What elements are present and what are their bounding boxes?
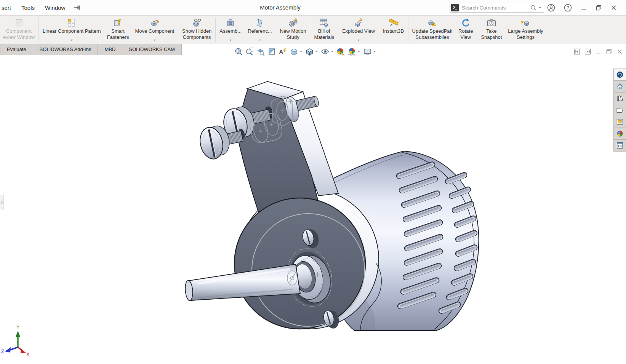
split-pane-right-button[interactable] — [584, 48, 591, 55]
ribbon-button-take-snapshot[interactable]: Take Snapshot — [478, 16, 505, 44]
menu-pin-button[interactable] — [74, 5, 81, 10]
user-account-icon — [547, 4, 555, 12]
dropdown-caret-icon[interactable] — [154, 40, 156, 42]
ribbon-button-bill-of-materials[interactable]: Bill of Materials — [311, 16, 337, 44]
dropdown-caret-icon[interactable] — [358, 51, 360, 53]
ribbon-separator — [215, 18, 216, 42]
close-icon — [611, 5, 617, 11]
graphics-area[interactable]: Y Z X — [0, 55, 626, 364]
minimize-window-button[interactable] — [581, 5, 587, 11]
tab-evaluate[interactable]: Evaluate — [0, 44, 33, 55]
help-icon: ? — [564, 4, 572, 12]
search-commands-input[interactable] — [461, 5, 530, 11]
solidworks-search-icon — [451, 4, 459, 11]
search-commands-box[interactable] — [450, 3, 544, 13]
search-button[interactable] — [530, 5, 537, 11]
ribbon-separator — [38, 18, 39, 42]
ribbon-button-update-speedpak-subassemblies[interactable]: Update SpeedPak Subassemblies — [409, 16, 456, 44]
menu-insert[interactable]: sert — [2, 5, 11, 11]
ribbon-button-new-motion-study[interactable]: New Motion Study — [277, 16, 309, 44]
dropdown-caret-icon[interactable] — [315, 51, 318, 53]
search-icon — [530, 5, 537, 11]
ribbon-button-rotate-view[interactable]: Rotate View — [455, 16, 476, 44]
pane-left-icon — [574, 48, 580, 55]
linear-component-pattern-icon — [67, 18, 76, 28]
ribbon-separator — [178, 18, 178, 42]
restore-icon — [606, 48, 612, 55]
eye-icon — [321, 47, 330, 56]
reference-geometry-icon — [255, 18, 264, 28]
command-manager-ribbon: Component eview Window Linear Component … — [0, 16, 626, 44]
ribbon-separator — [338, 18, 338, 42]
ribbon-button-exploded-view[interactable]: Exploded View — [339, 16, 378, 44]
pin-icon — [74, 5, 81, 10]
close-icon — [617, 49, 623, 54]
new-motion-study-icon — [288, 18, 298, 28]
annotation-views-icon: A — [279, 47, 287, 56]
smart-fasteners-icon — [113, 18, 122, 28]
account-button[interactable] — [547, 4, 555, 12]
chevron-right-icon — [0, 201, 3, 204]
previous-view-icon — [256, 47, 265, 56]
bill-of-materials-icon — [319, 18, 329, 28]
dropdown-caret-icon[interactable] — [70, 40, 73, 42]
tab-mbd[interactable]: MBD — [98, 44, 122, 55]
minimize-document-button[interactable] — [595, 48, 602, 55]
assembly-features-icon — [226, 18, 235, 28]
ribbon-button-reference-geometry[interactable]: Referenc... — [245, 16, 275, 44]
search-dropdown-caret-icon[interactable] — [538, 7, 541, 10]
zoom-to-area-icon — [245, 47, 254, 56]
minimize-icon — [581, 5, 587, 11]
ribbon-button-instant3d[interactable]: Instant3D — [380, 16, 407, 44]
minimize-icon — [596, 49, 601, 54]
dropdown-caret-icon[interactable] — [229, 40, 232, 42]
tab-solidworks-add-ins[interactable]: SOLIDWORKS Add-Ins — [33, 44, 98, 55]
component-preview-window-icon — [14, 18, 24, 28]
assembly-3d-view[interactable]: Y Z X — [0, 55, 626, 364]
title-bar: sert Tools Window Motor Assembly — [0, 0, 626, 16]
svg-text:Y: Y — [16, 324, 20, 330]
restore-window-button[interactable] — [596, 5, 602, 11]
triad-z-arrow — [5, 347, 11, 353]
dropdown-caret-icon[interactable] — [331, 51, 333, 53]
svg-text:X: X — [26, 351, 30, 357]
triad-x-arrow — [21, 348, 26, 353]
ribbon-button-component-preview-window: Component eview Window — [0, 16, 38, 44]
restore-icon — [596, 5, 602, 11]
dropdown-caret-icon[interactable] — [300, 51, 302, 53]
ribbon-button-assembly-features[interactable]: Assemb... — [216, 16, 245, 44]
ribbon-separator — [310, 18, 310, 42]
menu-window[interactable]: Window — [45, 5, 65, 11]
pane-right-icon — [584, 48, 591, 55]
ribbon-button-large-assembly-settings[interactable]: Large Assembly Settings — [505, 16, 546, 44]
apply-scene-icon — [347, 47, 356, 56]
close-window-button[interactable] — [611, 5, 617, 11]
svg-text:?: ? — [567, 5, 569, 11]
move-component-icon — [150, 18, 160, 28]
tab-solidworks-cam[interactable]: SOLIDWORKS CAM — [122, 44, 182, 55]
dropdown-caret-icon[interactable] — [373, 51, 376, 53]
display-style-icon — [305, 47, 314, 56]
feature-manager-flyout-tab[interactable] — [0, 195, 3, 210]
ribbon-separator — [477, 18, 477, 42]
restore-document-button[interactable] — [605, 48, 612, 55]
help-button[interactable]: ? — [564, 4, 572, 12]
ribbon-button-linear-component-pattern[interactable]: Linear Component Pattern — [40, 16, 104, 44]
menu-tools[interactable]: Tools — [21, 5, 35, 11]
dropdown-caret-icon[interactable] — [357, 40, 360, 42]
close-document-button[interactable] — [616, 48, 623, 55]
view-orientation-icon — [290, 47, 298, 56]
show-hidden-components-icon — [192, 18, 202, 28]
ribbon-button-move-component[interactable]: Move Component — [132, 16, 177, 44]
document-window-controls — [573, 48, 623, 55]
ribbon-button-show-hidden-components[interactable]: Show Hidden Components — [179, 16, 215, 44]
monitor-icon — [363, 47, 372, 56]
svg-text:Z: Z — [1, 348, 4, 354]
command-manager-tabs: Evaluate SOLIDWORKS Add-Ins MBD SOLIDWOR… — [0, 44, 182, 55]
section-view-icon — [267, 47, 276, 56]
ribbon-button-smart-fasteners[interactable]: Smart Fasteners — [104, 16, 132, 44]
take-snapshot-icon — [487, 18, 496, 28]
split-pane-left-button[interactable] — [573, 48, 580, 55]
dropdown-caret-icon[interactable] — [259, 40, 261, 42]
update-speedpak-icon — [427, 18, 437, 28]
